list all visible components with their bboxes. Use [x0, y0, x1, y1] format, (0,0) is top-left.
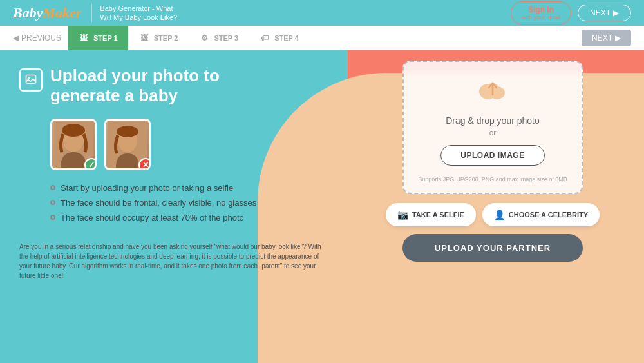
arrow-right-icon: ▶: [613, 8, 619, 17]
previous-button[interactable]: ◀ PREVIOUS: [13, 34, 61, 43]
instruction-1: Start by uploading your photo or taking …: [50, 183, 322, 193]
step-3-tab[interactable]: ⚙ STEP 3: [188, 26, 249, 50]
sample-photos: ✓ ✕: [50, 119, 322, 170]
supports-text: Supports JPG, JPG200, PNG and max image …: [418, 176, 567, 182]
header-subtitle: Baby Generator - What Will My Baby Look …: [91, 4, 177, 23]
instruction-2: The face should be frontal, clearly visi…: [50, 198, 322, 208]
step3-icon: ⚙: [198, 32, 210, 44]
page-title-wrap: Upload your photo to generate a baby: [19, 66, 322, 106]
svg-rect-0: [26, 75, 36, 84]
drag-drop-text: Drag & drop your photo: [446, 115, 540, 126]
svg-point-5: [62, 124, 85, 137]
bullet-icon-1: [50, 185, 55, 190]
step2-icon: 🖼: [138, 32, 150, 44]
page-title: Upload your photo to generate a baby: [50, 66, 220, 106]
incorrect-badge: ✕: [138, 158, 151, 170]
sign-in-button[interactable]: Sign In with your email: [511, 1, 571, 25]
logo: BabyMaker: [13, 5, 81, 21]
bullet-icon-3: [50, 215, 55, 220]
camera-icon: 📷: [397, 210, 408, 220]
cloud-upload-icon: [477, 77, 509, 109]
upload-partner-button[interactable]: UPLOAD YOUR PARTNER: [402, 234, 583, 262]
steps-bar: ◀ PREVIOUS 🖼 STEP 1 🖼 STEP 2 ⚙ STEP 3 🏷 …: [0, 26, 644, 50]
right-panel: Drag & drop your photo or UPLOAD IMAGE S…: [341, 50, 644, 363]
or-text: or: [489, 128, 497, 137]
instructions-list: Start by uploading your photo or taking …: [50, 183, 322, 222]
arrow-left-icon: ◀: [13, 34, 19, 43]
step1-icon: 🖼: [78, 32, 90, 44]
main-content: Upload your photo to generate a baby: [0, 50, 644, 363]
step-4-tab[interactable]: 🏷 STEP 4: [249, 26, 309, 50]
step-2-tab[interactable]: 🖼 STEP 2: [128, 26, 189, 50]
header: BabyMaker Baby Generator - What Will My …: [0, 0, 644, 26]
read-more-link[interactable]: Read More: [19, 283, 322, 294]
svg-point-8: [117, 126, 138, 137]
steps-next-button[interactable]: NEXT ▶: [582, 30, 631, 46]
take-selfie-button[interactable]: 📷 TAKE A SELFIE: [386, 203, 476, 226]
left-panel: Upload your photo to generate a baby: [0, 50, 341, 363]
step4-icon: 🏷: [259, 32, 270, 44]
action-buttons: 📷 TAKE A SELFIE 👤 CHOOSE A CELEBRITY: [386, 203, 600, 226]
upload-image-button[interactable]: UPLOAD IMAGE: [440, 145, 544, 166]
header-next-button[interactable]: NEXT ▶: [578, 5, 631, 21]
header-right: Sign In with your email NEXT ▶: [511, 1, 631, 25]
instruction-3: The face should occupy at least 70% of t…: [50, 213, 322, 222]
sample-photo-correct: ✓: [50, 119, 97, 170]
person-icon: 👤: [494, 210, 505, 220]
page-title-icon: [19, 68, 43, 92]
steps-arrow-icon: ▶: [615, 34, 621, 43]
description-text: Are you in a serious relationship and ha…: [19, 242, 322, 294]
choose-celebrity-button[interactable]: 👤 CHOOSE A CELEBRITY: [482, 203, 600, 226]
upload-box[interactable]: Drag & drop your photo or UPLOAD IMAGE S…: [402, 61, 583, 194]
correct-badge: ✓: [84, 158, 97, 170]
bullet-icon-2: [50, 200, 55, 205]
sample-photo-incorrect: ✕: [104, 119, 151, 170]
svg-point-1: [28, 77, 30, 79]
step-1-tab[interactable]: 🖼 STEP 1: [68, 26, 128, 50]
